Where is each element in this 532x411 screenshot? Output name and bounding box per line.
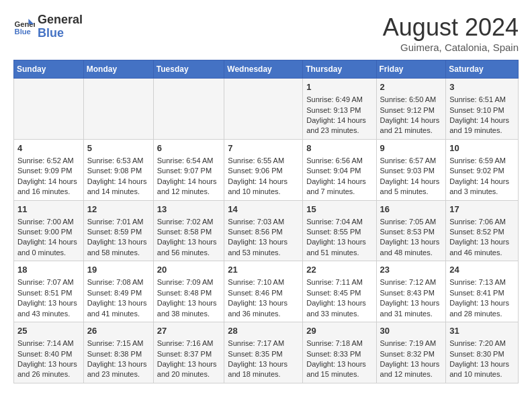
day-number: 9 [380, 142, 443, 154]
day-number: 5 [87, 142, 150, 154]
day-number: 2 [380, 81, 443, 93]
day-cell-10: 10Sunrise: 6:59 AMSunset: 9:02 PMDayligh… [446, 139, 519, 200]
day-cell-19: 19Sunrise: 7:08 AMSunset: 8:49 PMDayligh… [83, 261, 153, 322]
week-row-1: 1Sunrise: 6:49 AMSunset: 9:13 PMDaylight… [14, 79, 519, 140]
logo-text: General Blue [38, 13, 83, 40]
day-number: 15 [306, 203, 372, 216]
day-number: 18 [17, 264, 80, 276]
day-number: 28 [228, 325, 299, 337]
day-number: 31 [449, 325, 515, 337]
day-cell-25: 25Sunrise: 7:14 AMSunset: 8:40 PMDayligh… [14, 322, 84, 383]
day-number: 3 [449, 81, 515, 93]
day-cell-4: 4Sunrise: 6:52 AMSunset: 9:09 PMDaylight… [14, 139, 84, 200]
day-number: 26 [87, 325, 150, 337]
week-row-2: 4Sunrise: 6:52 AMSunset: 9:09 PMDaylight… [14, 139, 519, 200]
title-block: August 2024 Guimera, Catalonia, Spain [383, 13, 519, 53]
day-number: 20 [157, 264, 221, 276]
month-year-title: August 2024 [383, 13, 519, 42]
day-cell-11: 11Sunrise: 7:00 AMSunset: 9:00 PMDayligh… [14, 200, 84, 261]
header-day-sunday: Sunday [14, 60, 84, 79]
day-cell-14: 14Sunrise: 7:03 AMSunset: 8:56 PMDayligh… [224, 200, 303, 261]
day-cell-13: 13Sunrise: 7:02 AMSunset: 8:58 PMDayligh… [153, 200, 224, 261]
header-day-wednesday: Wednesday [224, 60, 303, 79]
header-day-tuesday: Tuesday [153, 60, 224, 79]
day-cell-31: 31Sunrise: 7:20 AMSunset: 8:30 PMDayligh… [446, 322, 519, 383]
day-cell-16: 16Sunrise: 7:05 AMSunset: 8:53 PMDayligh… [376, 200, 446, 261]
day-number: 27 [157, 325, 221, 337]
week-row-5: 25Sunrise: 7:14 AMSunset: 8:40 PMDayligh… [14, 322, 519, 383]
day-number: 10 [449, 142, 515, 154]
day-number: 1 [306, 81, 372, 93]
day-cell-24: 24Sunrise: 7:13 AMSunset: 8:41 PMDayligh… [446, 261, 519, 322]
logo: General Blue General Blue [13, 13, 83, 40]
day-cell-empty [83, 79, 153, 140]
day-number: 4 [17, 142, 80, 154]
day-number: 11 [17, 203, 80, 216]
day-number: 22 [306, 264, 372, 276]
day-cell-20: 20Sunrise: 7:09 AMSunset: 8:48 PMDayligh… [153, 261, 224, 322]
calendar-table: SundayMondayTuesdayWednesdayThursdayFrid… [13, 60, 519, 383]
logo-icon: General Blue [13, 16, 35, 38]
page-header: General Blue General Blue August 2024 Gu… [13, 13, 519, 53]
day-cell-17: 17Sunrise: 7:06 AMSunset: 8:52 PMDayligh… [446, 200, 519, 261]
day-number: 23 [380, 264, 443, 276]
header-day-monday: Monday [83, 60, 153, 79]
day-cell-12: 12Sunrise: 7:01 AMSunset: 8:59 PMDayligh… [83, 200, 153, 261]
svg-text:Blue: Blue [15, 28, 31, 36]
day-cell-23: 23Sunrise: 7:12 AMSunset: 8:43 PMDayligh… [376, 261, 446, 322]
calendar-body: 1Sunrise: 6:49 AMSunset: 9:13 PMDaylight… [14, 79, 519, 383]
header-day-saturday: Saturday [446, 60, 519, 79]
day-cell-30: 30Sunrise: 7:19 AMSunset: 8:32 PMDayligh… [376, 322, 446, 383]
day-number: 16 [380, 203, 443, 216]
calendar-header: SundayMondayTuesdayWednesdayThursdayFrid… [14, 60, 519, 79]
day-cell-8: 8Sunrise: 6:56 AMSunset: 9:04 PMDaylight… [303, 139, 376, 200]
day-number: 7 [228, 142, 299, 154]
day-number: 12 [87, 203, 150, 216]
day-number: 17 [449, 203, 515, 216]
day-cell-15: 15Sunrise: 7:04 AMSunset: 8:55 PMDayligh… [303, 200, 376, 261]
day-cell-18: 18Sunrise: 7:07 AMSunset: 8:51 PMDayligh… [14, 261, 84, 322]
day-cell-6: 6Sunrise: 6:54 AMSunset: 9:07 PMDaylight… [153, 139, 224, 200]
day-cell-27: 27Sunrise: 7:16 AMSunset: 8:37 PMDayligh… [153, 322, 224, 383]
day-number: 24 [449, 264, 515, 276]
day-cell-9: 9Sunrise: 6:57 AMSunset: 9:03 PMDaylight… [376, 139, 446, 200]
day-number: 21 [228, 264, 299, 276]
day-number: 29 [306, 325, 372, 337]
day-number: 13 [157, 203, 221, 216]
day-number: 8 [306, 142, 372, 154]
day-cell-29: 29Sunrise: 7:18 AMSunset: 8:33 PMDayligh… [303, 322, 376, 383]
day-cell-3: 3Sunrise: 6:51 AMSunset: 9:10 PMDaylight… [446, 79, 519, 140]
day-number: 19 [87, 264, 150, 276]
day-cell-28: 28Sunrise: 7:17 AMSunset: 8:35 PMDayligh… [224, 322, 303, 383]
day-cell-21: 21Sunrise: 7:10 AMSunset: 8:46 PMDayligh… [224, 261, 303, 322]
day-cell-26: 26Sunrise: 7:15 AMSunset: 8:38 PMDayligh… [83, 322, 153, 383]
header-day-thursday: Thursday [303, 60, 376, 79]
day-number: 25 [17, 325, 80, 337]
day-cell-empty [14, 79, 84, 140]
day-cell-5: 5Sunrise: 6:53 AMSunset: 9:08 PMDaylight… [83, 139, 153, 200]
day-cell-empty [153, 79, 224, 140]
week-row-3: 11Sunrise: 7:00 AMSunset: 9:00 PMDayligh… [14, 200, 519, 261]
header-row: SundayMondayTuesdayWednesdayThursdayFrid… [14, 60, 519, 79]
day-number: 14 [228, 203, 299, 216]
header-day-friday: Friday [376, 60, 446, 79]
day-number: 30 [380, 325, 443, 337]
location-subtitle: Guimera, Catalonia, Spain [383, 42, 519, 53]
day-cell-22: 22Sunrise: 7:11 AMSunset: 8:45 PMDayligh… [303, 261, 376, 322]
day-cell-7: 7Sunrise: 6:55 AMSunset: 9:06 PMDaylight… [224, 139, 303, 200]
week-row-4: 18Sunrise: 7:07 AMSunset: 8:51 PMDayligh… [14, 261, 519, 322]
day-number: 6 [157, 142, 221, 154]
day-cell-1: 1Sunrise: 6:49 AMSunset: 9:13 PMDaylight… [303, 79, 376, 140]
day-cell-2: 2Sunrise: 6:50 AMSunset: 9:12 PMDaylight… [376, 79, 446, 140]
day-cell-empty [224, 79, 303, 140]
